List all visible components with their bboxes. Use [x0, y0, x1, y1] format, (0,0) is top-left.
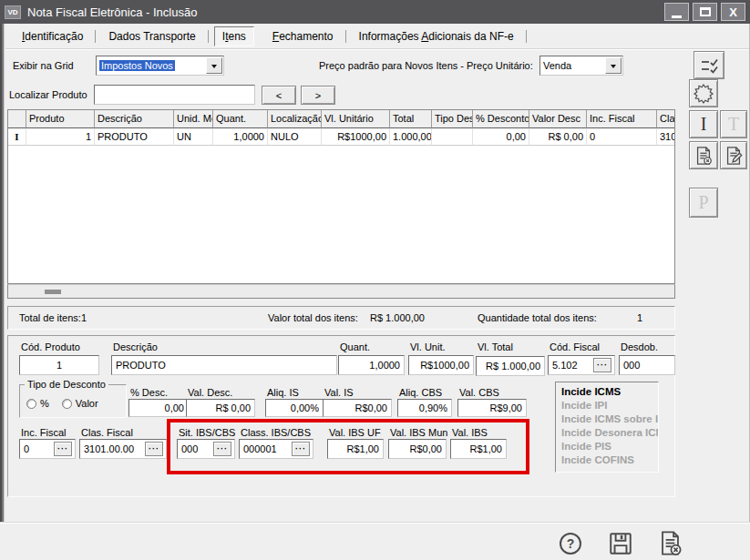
- val-ibs-mun-label: Val. IBS Mun: [390, 427, 447, 438]
- checklist-icon: [699, 56, 719, 76]
- close-button[interactable]: X: [721, 3, 745, 21]
- val-is-field[interactable]: R$0,00: [323, 399, 392, 417]
- app-icon: VD: [5, 5, 21, 19]
- pct-desc-label: % Desc.: [130, 387, 168, 398]
- grid-cell[interactable]: [432, 128, 473, 146]
- val-ibs-field[interactable]: R$1,00: [450, 439, 507, 459]
- grid-column-header-valor-desc[interactable]: Valor Desc: [529, 110, 587, 128]
- preco-unitario-select[interactable]: Venda: [539, 56, 623, 76]
- document-cancel-icon: [657, 530, 683, 556]
- aliq-cbs-field[interactable]: 0,90%: [397, 399, 452, 417]
- tipo-desconto-legend: Tipo de Desconto: [25, 379, 108, 390]
- tab-informa-es-adicionais-da-nf-e[interactable]: Informações Adicionais da NF-e: [346, 25, 527, 47]
- maximize-button[interactable]: [693, 3, 717, 21]
- total-itens-value: 1: [81, 312, 87, 323]
- grid-cell[interactable]: R$1000,00: [322, 128, 390, 146]
- exibir-na-grid-value: Impostos Novos: [99, 60, 175, 71]
- cod-fiscal-lookup-button[interactable]: ···: [593, 358, 611, 372]
- val-ibs-uf-field[interactable]: R$1,00: [327, 439, 384, 459]
- tab-identifica-o[interactable]: Identificação: [9, 25, 96, 47]
- grid-cell[interactable]: UN: [174, 128, 213, 146]
- desdob-field[interactable]: 000: [619, 355, 675, 375]
- bottom-bar: [0, 522, 750, 560]
- grid-cell[interactable]: NULO: [268, 128, 322, 146]
- clas-fiscal-field[interactable]: 3101.00.00 ···: [79, 439, 167, 459]
- grid-column-header-localiza-o[interactable]: Localização: [268, 110, 322, 128]
- vl-unit-field[interactable]: R$1000,00: [408, 355, 474, 375]
- grid-horizontal-scrollbar[interactable]: [7, 284, 675, 299]
- dropdown-arrow-icon[interactable]: [206, 57, 222, 74]
- quantidade-total-label: Quantidade total dos itens:: [478, 312, 597, 323]
- scrollbar-thumb[interactable]: [45, 290, 61, 294]
- grid-column-header-vl-unit-rio[interactable]: Vl. Unitário: [322, 110, 390, 128]
- val-cbs-field[interactable]: R$9,00: [457, 399, 527, 417]
- val-ibs-uf-label: Val. IBS UF: [329, 427, 381, 438]
- aliq-cbs-label: Aliq. CBS: [399, 387, 442, 398]
- exibir-na-grid-select[interactable]: Impostos Novos: [96, 56, 224, 76]
- grid-column-header-clas[interactable]: Clas: [657, 110, 675, 128]
- class-ibs-cbs-lookup-button[interactable]: ···: [292, 442, 310, 456]
- inc-fiscal-field[interactable]: 0 ···: [19, 439, 76, 459]
- grid-column-header-unid-me[interactable]: Unid. Me: [174, 110, 213, 128]
- quant-field[interactable]: 1,0000: [338, 355, 405, 375]
- window: VD Nota Fiscal Eletrônica - Inclusão X I…: [0, 0, 750, 560]
- grid-cell[interactable]: 1: [26, 128, 95, 146]
- radio-valor[interactable]: Valor: [62, 398, 98, 409]
- grid-cell[interactable]: PRODUTO: [95, 128, 174, 146]
- descricao-field[interactable]: PRODUTO: [111, 355, 337, 375]
- inc-fiscal-lookup-button[interactable]: ···: [54, 442, 72, 456]
- val-ibs-mun-field[interactable]: R$0,00: [388, 439, 447, 459]
- minimize-button[interactable]: [664, 3, 689, 21]
- grid-cell[interactable]: R$ 0,00: [529, 128, 587, 146]
- row-selector-cell[interactable]: I: [8, 128, 26, 146]
- dropdown-arrow-icon[interactable]: [605, 57, 622, 74]
- grid-row[interactable]: I1PRODUTOUN1,0000NULOR$1000,001.000,000,…: [8, 128, 674, 146]
- sit-ibs-cbs-lookup-button[interactable]: ···: [213, 442, 231, 456]
- incide-item-incide-pis: Incide PIS: [556, 440, 658, 453]
- edit-item-button[interactable]: [720, 141, 747, 169]
- grid-cell[interactable]: 1,0000: [213, 128, 268, 146]
- tab-fechamento[interactable]: Fechamento: [260, 25, 346, 47]
- cancel-button[interactable]: [657, 530, 683, 556]
- grid-column-header-total[interactable]: Total: [390, 110, 432, 128]
- tab-dados-transporte[interactable]: Dados Transporte: [96, 25, 208, 47]
- grid-column-header-quant[interactable]: Quant.: [213, 110, 268, 128]
- delete-item-button[interactable]: [689, 141, 718, 169]
- grid-column-header-descri-o[interactable]: Descrição: [95, 110, 174, 128]
- aliq-is-field[interactable]: 0,00%: [265, 399, 324, 417]
- items-grid[interactable]: ProdutoDescriçãoUnid. MeQuant.Localizaçã…: [7, 109, 675, 284]
- val-desc-field[interactable]: R$ 0,00: [186, 399, 255, 417]
- sit-ibs-cbs-field[interactable]: 000 ···: [177, 439, 235, 459]
- help-button[interactable]: ?: [560, 533, 581, 555]
- class-ibs-cbs-field[interactable]: 000001 ···: [239, 439, 313, 459]
- tab-bar: IdentificaçãoDados TransporteItensFecham…: [5, 24, 749, 49]
- save-button[interactable]: [608, 531, 633, 556]
- next-item-button[interactable]: >: [301, 86, 335, 105]
- val-is-label: Val. IS: [324, 387, 354, 398]
- grid-column-header-produto[interactable]: Produto: [26, 110, 95, 128]
- tab-itens[interactable]: Itens: [214, 26, 254, 46]
- grid-cell[interactable]: 310: [657, 128, 675, 146]
- grid-column-header-tipo-des[interactable]: Tipo Des: [432, 110, 473, 128]
- grid-column-header-inc-fiscal[interactable]: Inc. Fiscal: [587, 110, 657, 128]
- cod-fiscal-label: Cód. Fiscal: [550, 341, 600, 352]
- clas-fiscal-lookup-button[interactable]: ···: [145, 442, 163, 456]
- vl-total-field[interactable]: R$ 1.000,00: [476, 356, 545, 376]
- grid-cell[interactable]: 0: [587, 128, 657, 146]
- cod-produto-field[interactable]: 1: [19, 355, 99, 375]
- text-item-button: T: [720, 110, 747, 138]
- settings-button[interactable]: [689, 79, 718, 107]
- grid-column-header-selector[interactable]: [8, 110, 26, 128]
- insert-item-button[interactable]: I: [689, 110, 718, 138]
- grid-cell[interactable]: 1.000,00: [390, 128, 432, 146]
- close-icon: X: [729, 6, 737, 18]
- prev-item-button[interactable]: <: [262, 86, 296, 105]
- column-options-button[interactable]: [693, 51, 724, 79]
- incide-item-incide-icms[interactable]: Incide ICMS: [556, 385, 658, 399]
- grid-column-header-desconto[interactable]: % Desconto: [473, 110, 529, 128]
- pct-desc-field[interactable]: 0,00: [128, 399, 189, 417]
- radio-percent[interactable]: %: [26, 398, 49, 409]
- localizar-produto-input[interactable]: [94, 85, 255, 105]
- cod-fiscal-field[interactable]: 5.102 ···: [548, 355, 615, 375]
- grid-cell[interactable]: 0,00: [473, 128, 529, 146]
